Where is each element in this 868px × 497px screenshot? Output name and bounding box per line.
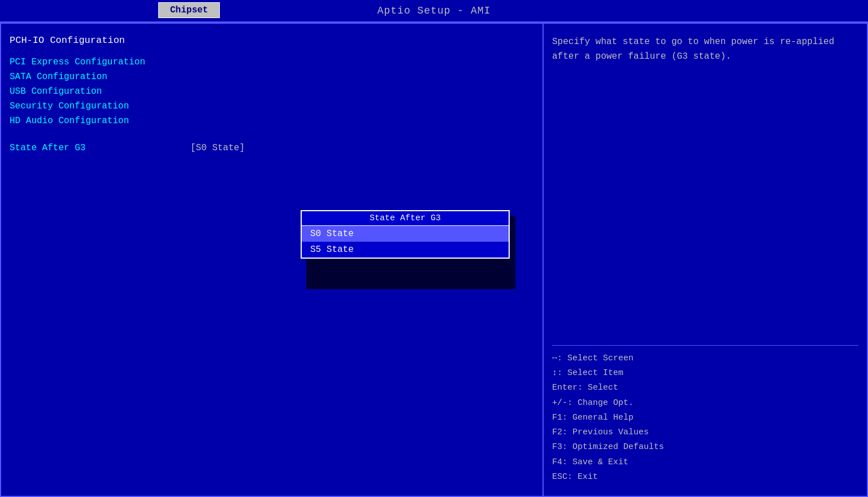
bios-title: Aptio Setup - AMI [377, 5, 491, 16]
key-help-item: F4: Save & Exit [552, 455, 858, 470]
dropdown-title: State After G3 [302, 211, 509, 226]
chipset-tab[interactable]: Chipset [158, 2, 220, 18]
menu-item-hdaudio[interactable]: HD Audio Configuration [10, 116, 534, 126]
key-help-item: ↔: Select Screen [552, 351, 858, 366]
key-help: ↔: Select Screen↕: Select ItemEnter: Sel… [552, 351, 858, 485]
key-help-item: ESC: Exit [552, 470, 858, 485]
left-panel: PCH-IO Configuration PCI Express Configu… [1, 24, 544, 496]
key-help-item: Enter: Select [552, 381, 858, 395]
menu-item-sata[interactable]: SATA Configuration [10, 72, 534, 82]
dropdown-container: State After G3 S0 State S5 State [301, 210, 510, 259]
dropdown-option-s0[interactable]: S0 State [302, 226, 509, 242]
key-help-item: +/-: Change Opt. [552, 396, 858, 411]
key-help-item: ↕: Select Item [552, 366, 858, 381]
main-container: PCH-IO Configuration PCI Express Configu… [0, 23, 868, 497]
menu-item-pci[interactable]: PCI Express Configuration [10, 57, 534, 67]
section-title: PCH-IO Configuration [10, 35, 534, 46]
title-bar: Aptio Setup - AMI Chipset [0, 0, 868, 23]
divider [552, 345, 858, 346]
menu-item-usb[interactable]: USB Configuration [10, 86, 534, 97]
key-help-item: F2: Previous Values [552, 425, 858, 440]
setting-row-state: State After G3 [S0 State] [10, 143, 534, 153]
key-help-item: F1: General Help [552, 411, 858, 425]
setting-label: State After G3 [10, 143, 179, 153]
right-panel: Specify what state to go to when power i… [544, 24, 867, 496]
dropdown-box[interactable]: State After G3 S0 State S5 State [301, 210, 510, 259]
help-text: Specify what state to go to when power i… [552, 35, 858, 339]
menu-item-security[interactable]: Security Configuration [10, 101, 534, 111]
setting-value: [S0 State] [190, 143, 245, 153]
key-help-item: F3: Optimized Defaults [552, 440, 858, 455]
dropdown-option-s5[interactable]: S5 State [302, 242, 509, 258]
